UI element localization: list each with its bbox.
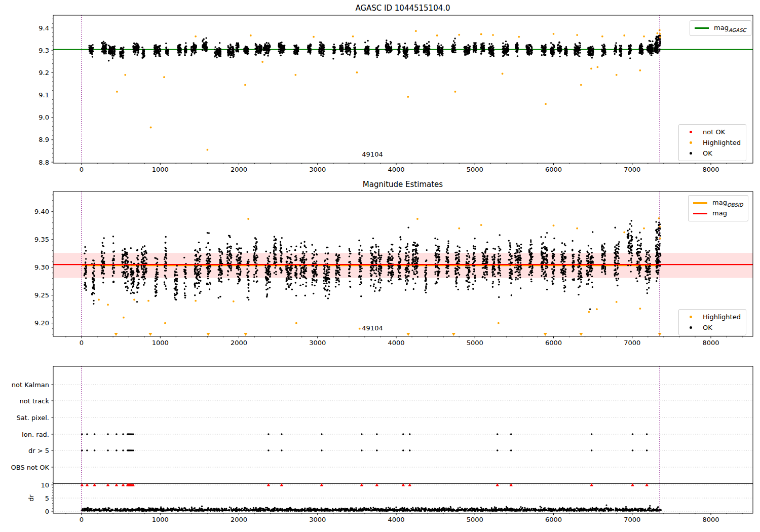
legend-swatch [693, 202, 708, 204]
top-y-tick-label: 8.9 [39, 136, 49, 143]
top-x-tick-label: 4000 [388, 166, 404, 173]
dr-tick-label: 5 [45, 495, 49, 502]
flag-points [81, 433, 648, 451]
bottom-x-tick-label: 4000 [388, 516, 404, 523]
middle-x-tick-label: 7000 [624, 339, 640, 347]
top-plot-title: AGASC ID 1044515104.0 [355, 4, 450, 13]
mag-obsid-line-swatch [693, 202, 707, 204]
legend-item: mag [693, 208, 743, 219]
top-x-tick-label: 5000 [467, 166, 483, 173]
top-y-tick-label: 9.3 [39, 47, 49, 54]
legend-swatch [683, 131, 698, 133]
not-ok-dot-swatch [690, 131, 692, 133]
legend-label: Highlighted [703, 139, 741, 146]
middle-plot-title: Magnitude Estimates [363, 180, 443, 189]
legend-swatch [683, 152, 698, 155]
middle-x-tick-label: 1000 [152, 339, 169, 347]
middle-y-tick-label: 9.40 [34, 208, 49, 215]
legend-item: OK [683, 322, 741, 333]
charts-canvas: 0100020003000400050006000700080008.88.99… [0, 0, 760, 532]
legend-item: Highlighted [683, 312, 741, 322]
top-y-tick-label: 9.2 [39, 69, 49, 77]
flag-row-label: Ion. rad. [22, 431, 49, 438]
legend-label: mag [712, 209, 727, 218]
top-x-tick-label: 8000 [702, 166, 719, 173]
top-x-tick-label: 3000 [309, 166, 326, 173]
legend-label: OK [703, 324, 712, 331]
highlighted-clipped-markers [114, 333, 661, 336]
top-y-tick-label: 8.8 [39, 159, 49, 166]
bottom-x-tick-label: 5000 [467, 516, 483, 523]
legend-item: not OK [683, 127, 741, 137]
middle-x-tick-label: 3000 [309, 339, 326, 347]
middle-x-tick-label: 0 [80, 339, 84, 347]
ok-dot-swatch [690, 326, 692, 329]
legend-label: OK [703, 149, 712, 157]
dr-tick-label: 10 [41, 481, 49, 489]
top-x-tick-label: 1000 [152, 166, 169, 173]
highlighted-dot-swatch [690, 316, 692, 318]
middle-y-tick-label: 9.35 [34, 236, 49, 243]
middle-y-tick-label: 9.30 [34, 263, 49, 271]
middle-x-tick-label: 5000 [467, 339, 483, 347]
bottom-x-tick-label: 6000 [545, 516, 562, 523]
flag-row-label: Sat. pixel. [17, 414, 49, 422]
ok-points [88, 35, 661, 62]
flag-row-label: OBS not OK [11, 464, 50, 471]
bottom-x-tick-label: 8000 [702, 516, 719, 523]
bottom-x-tick-label: 0 [80, 516, 84, 523]
legend-mag-agasc: magAGASC [690, 20, 751, 36]
dr-axis-label: dr [27, 495, 35, 502]
legend-item: magOBSID [693, 198, 743, 208]
plot-bottom-flags-dr: 010002000300040005000600070008000not Kal… [11, 366, 753, 523]
mag-agasc-line-swatch [695, 27, 709, 29]
bottom-x-tick-label: 1000 [152, 516, 169, 523]
flag-row-label: not track [19, 397, 49, 405]
top-y-tick-label: 9.1 [39, 91, 49, 99]
middle-x-tick-label: 4000 [388, 339, 404, 347]
middle-y-tick-label: 9.25 [34, 291, 49, 299]
legend-swatch [683, 326, 698, 329]
top-x-tick-label: 0 [80, 166, 84, 173]
legend-swatch [694, 27, 709, 29]
flag-row-label: not Kalman [12, 381, 49, 389]
legend-swatch [693, 213, 708, 214]
top-x-tick-label: 2000 [231, 166, 247, 173]
middle-y-tick-label: 9.20 [34, 319, 49, 327]
legend-label: magOBSID [712, 199, 743, 208]
plot-middle-mag-estimates: 0100020003000400050006000700080009.209.2… [34, 192, 753, 347]
figure: 0100020003000400050006000700080008.88.99… [0, 0, 760, 532]
mag-line-swatch [693, 213, 707, 214]
legend-label: Highlighted [703, 313, 741, 321]
top-y-tick-label: 9.4 [39, 24, 49, 32]
legend-label: not OK [703, 128, 725, 136]
bottom-x-tick-label: 3000 [309, 516, 326, 523]
legend-item: Highlighted [683, 137, 741, 148]
legend-swatch [683, 316, 698, 318]
legend-item: OK [683, 148, 741, 159]
dr-points [81, 504, 662, 512]
legend-middle-markers: Highlighted OK [678, 309, 746, 335]
top-x-tick-label: 7000 [624, 166, 640, 173]
highlighted-dot-swatch [690, 141, 692, 144]
legend-top-markers: not OK Highlighted OK [678, 124, 746, 161]
obsid-annotation-top: 49104 [362, 150, 383, 158]
bottom-x-tick-label: 7000 [624, 516, 640, 523]
legend-label: magAGASC [714, 24, 746, 33]
obsid-annotation-middle: 49104 [362, 324, 383, 332]
middle-x-tick-label: 6000 [545, 339, 562, 347]
bottom-x-tick-label: 2000 [231, 516, 247, 523]
top-y-tick-label: 9.0 [39, 113, 49, 121]
ok-dot-swatch [690, 152, 692, 155]
dr-tick-label: 0 [45, 508, 49, 515]
plot-top-mag-agasc: 0100020003000400050006000700080008.88.99… [39, 15, 753, 173]
legend-mag-lines: magOBSID mag [688, 195, 748, 221]
legend-swatch [683, 141, 698, 144]
middle-x-tick-label: 2000 [231, 339, 247, 347]
top-x-tick-label: 6000 [545, 166, 562, 173]
middle-x-tick-label: 8000 [702, 339, 719, 347]
legend-item: magAGASC [694, 23, 746, 33]
flag-row-label: dr > 5 [28, 447, 49, 454]
